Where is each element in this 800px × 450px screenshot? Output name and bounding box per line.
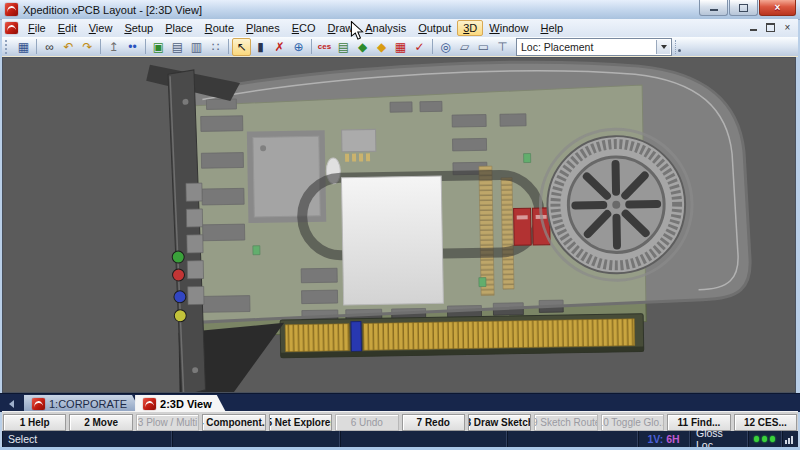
toolbar-separator xyxy=(432,39,433,54)
tab-2-3d-view[interactable]: 2:3D View xyxy=(135,395,226,412)
tab-label: 1:CORPORATE xyxy=(49,398,127,410)
title-bar: Xpedition xPCB Layout - [2:3D View] × xyxy=(0,0,800,20)
fan xyxy=(546,135,686,275)
fkey-8-draw-sketch[interactable]: 8 Draw Sketch xyxy=(468,414,531,431)
menu-item-draw[interactable]: Draw xyxy=(322,20,360,36)
toolbar: ▦∞↶↷↥••▣▤▥∷↖▮✗⊕ces▤◆◆▦✓◎▱▭⊤ Loc: Placeme… xyxy=(2,37,798,57)
window-title: Xpedition xPCB Layout - [2:3D View] xyxy=(23,4,202,16)
menu-item-help[interactable]: Help xyxy=(534,20,569,36)
menu-item-output[interactable]: Output xyxy=(412,20,457,36)
tab-scroll-left-button[interactable] xyxy=(3,397,16,410)
fkey-10-toggle-glo: 10 Toggle Glo... xyxy=(601,414,664,431)
world-icon[interactable]: ⊕ xyxy=(289,38,308,56)
toolbar-separator xyxy=(36,39,37,54)
status-bar: Select 1V: 6H Gloss Loc xyxy=(2,431,798,447)
view-tab-bar: 1:CORPORATE2:3D View xyxy=(0,393,800,412)
menu-item-window[interactable]: Window xyxy=(483,20,534,36)
tab-1-corporate[interactable]: 1:CORPORATE xyxy=(24,395,141,412)
pcb-3d-render xyxy=(3,58,795,392)
fkey-5-net-explorer[interactable]: 5 Net Explorer xyxy=(269,414,332,431)
fkey-12-ces[interactable]: 12 CES... xyxy=(734,414,797,431)
copy-icon[interactable]: ▱ xyxy=(455,38,474,56)
find-icon[interactable]: ∞ xyxy=(40,38,59,56)
edge-connector xyxy=(280,314,644,358)
zoom-icon[interactable]: ◎ xyxy=(436,38,455,56)
menu-bar: FileEditViewSetupPlaceRoutePlanesECODraw… xyxy=(2,19,798,37)
menu-item-edit[interactable]: Edit xyxy=(52,20,83,36)
scheme-combobox[interactable]: Loc: Placement xyxy=(516,38,672,56)
menu-item-3d[interactable]: 3D xyxy=(457,20,483,36)
mdi-close-button[interactable]: × xyxy=(781,21,794,33)
select-icon[interactable]: ↖ xyxy=(232,38,251,56)
menu-item-analysis[interactable]: Analysis xyxy=(359,20,412,36)
ces-icon[interactable]: ces xyxy=(315,38,334,56)
people-icon[interactable]: •• xyxy=(123,38,142,56)
report-icon[interactable]: ▤ xyxy=(334,38,353,56)
signal-bars-icon xyxy=(782,431,798,447)
menu-item-place[interactable]: Place xyxy=(159,20,199,36)
scheme-combobox-value: Loc: Placement xyxy=(521,41,593,53)
layer-indicator[interactable]: 1V: 6H xyxy=(638,431,690,447)
fkey-3-plow-multi: 3 Plow / Multi xyxy=(136,414,199,431)
status-dot xyxy=(754,436,759,442)
toolbar-overflow-button[interactable] xyxy=(675,40,683,54)
ok-diamond-icon[interactable]: ◆ xyxy=(353,38,372,56)
tools-icon[interactable]: ⊤ xyxy=(493,38,512,56)
3d-viewport[interactable] xyxy=(2,57,796,393)
new-window-icon[interactable]: ▣ xyxy=(149,38,168,56)
menu-item-file[interactable]: File xyxy=(22,20,52,36)
redo-icon[interactable]: ↷ xyxy=(78,38,97,56)
toolbar-separator xyxy=(228,39,229,54)
drc-icon[interactable]: ▦ xyxy=(391,38,410,56)
warning-diamond-icon[interactable]: ◆ xyxy=(372,38,391,56)
toolbar-separator xyxy=(100,39,101,54)
vertical-layer-label: 1V: xyxy=(647,433,663,445)
menu-item-eco[interactable]: ECO xyxy=(286,20,322,36)
tab-label: 2:3D View xyxy=(160,398,212,410)
fkey-6-undo: 6 Undo xyxy=(335,414,398,431)
open-window-icon[interactable]: ▥ xyxy=(187,38,206,56)
board-icon[interactable]: ▮ xyxy=(251,38,270,56)
close-button[interactable]: × xyxy=(759,0,796,16)
app-icon xyxy=(32,398,45,410)
app-icon xyxy=(5,3,18,16)
mdi-restore-button[interactable] xyxy=(764,21,777,33)
menu-item-setup[interactable]: Setup xyxy=(118,20,159,36)
status-indicator-lights xyxy=(748,431,782,447)
menu-item-route[interactable]: Route xyxy=(199,20,240,36)
fkey-4-component[interactable]: 4 Component... xyxy=(202,414,265,431)
heatsink xyxy=(341,176,443,305)
menu-item-view[interactable]: View xyxy=(83,20,119,36)
fkey-1-help[interactable]: 1 Help xyxy=(3,414,66,431)
pin-icon[interactable]: ↥ xyxy=(104,38,123,56)
grid-icon[interactable]: ∷ xyxy=(206,38,225,56)
app-icon xyxy=(143,398,156,410)
horizontal-layer-label: 6H xyxy=(666,433,679,445)
function-key-bar: 1 Help2 Move3 Plow / Multi4 Component...… xyxy=(2,411,798,432)
fkey-9-sketch-route: 9 Sketch Route xyxy=(534,414,597,431)
fkey-7-redo[interactable]: 7 Redo xyxy=(402,414,465,431)
status-field-2 xyxy=(340,431,507,447)
document-icon xyxy=(5,22,18,34)
cut-plane-icon[interactable]: ✗ xyxy=(270,38,289,56)
page-icon[interactable]: ▭ xyxy=(474,38,493,56)
status-mode: Select xyxy=(2,431,172,447)
fkey-2-move[interactable]: 2 Move xyxy=(69,414,132,431)
toolbar-grip[interactable] xyxy=(5,40,11,54)
status-dot xyxy=(762,436,767,442)
application-window: Xpedition xPCB Layout - [2:3D View] × Fi… xyxy=(0,0,800,450)
toolbar-separator xyxy=(145,39,146,54)
mdi-minimize-button[interactable] xyxy=(747,21,760,33)
chevron-down-icon[interactable] xyxy=(656,40,670,54)
status-field-3 xyxy=(507,431,638,447)
verify-icon[interactable]: ✓ xyxy=(410,38,429,56)
toolbar-separator xyxy=(311,39,312,54)
maximize-button[interactable] xyxy=(729,0,758,16)
menu-item-planes[interactable]: Planes xyxy=(240,20,286,36)
undo-icon[interactable]: ↶ xyxy=(59,38,78,56)
save-icon[interactable]: ▦ xyxy=(14,38,33,56)
gloss-mode-label[interactable]: Gloss Loc xyxy=(690,431,748,447)
minimize-button[interactable] xyxy=(699,0,728,16)
cascade-windows-icon[interactable]: ▤ xyxy=(168,38,187,56)
status-dot xyxy=(770,436,775,442)
